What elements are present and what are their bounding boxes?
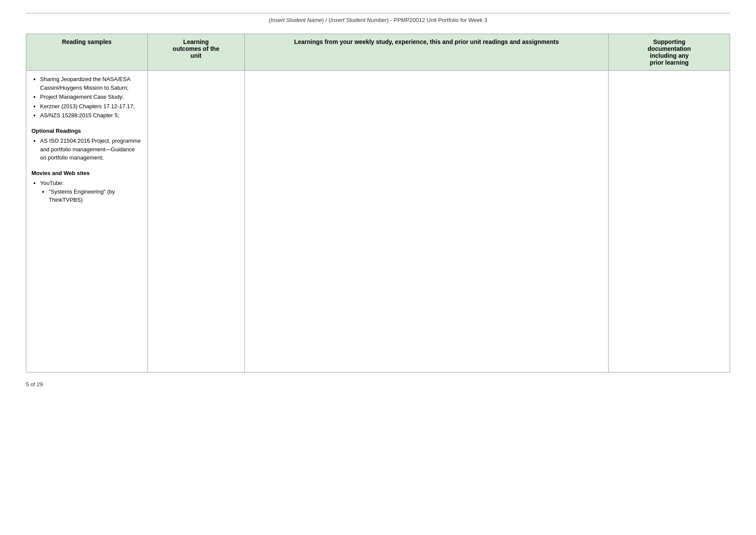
movies-web-title: Movies and Web sites <box>31 169 142 178</box>
list-item: Kerzner (2013) Chapters 17.12-17.17; <box>40 102 142 111</box>
main-reading-list: Sharing Jeopardized the NASA/ESA Cassini… <box>31 75 142 120</box>
optional-reading-list: AS ISO 21504:2016 Project, programme and… <box>31 137 142 162</box>
youtube-sublist: "Systems Engineering" (by ThinkTVPBS) <box>40 188 142 204</box>
page-number: 5 of 29 <box>26 381 43 388</box>
col-header-reading-samples: Reading samples <box>26 34 148 71</box>
list-item: Project Management Case Study; <box>40 93 142 101</box>
col-header-learnings: Learnings from your weekly study, experi… <box>244 34 609 71</box>
optional-readings-title: Optional Readings <box>31 127 142 135</box>
reading-samples-cell: Sharing Jeopardized the NASA/ESA Cassini… <box>26 71 148 372</box>
header-text: (Insert Student Name) / (Insert Student … <box>26 17 730 25</box>
main-table: Reading samples Learningoutcomes of theu… <box>26 34 730 372</box>
page-container: (Insert Student Name) / (Insert Student … <box>0 0 756 535</box>
learning-outcomes-cell <box>147 71 244 372</box>
list-item: "Systems Engineering" (by ThinkTVPBS) <box>49 188 142 204</box>
movies-list: YouTube: "Systems Engineering" (by Think… <box>31 179 142 204</box>
supporting-cell <box>609 71 730 372</box>
col-header-learning-outcomes: Learningoutcomes of theunit <box>147 34 244 71</box>
page-footer: 5 of 29 <box>26 381 730 388</box>
col-header-supporting: Supportingdocumentationincluding anyprio… <box>609 34 730 71</box>
list-item: AS/NZS 15288:2015 Chapter 5; <box>40 111 142 120</box>
list-item: YouTube: "Systems Engineering" (by Think… <box>40 179 142 204</box>
list-item: Sharing Jeopardized the NASA/ESA Cassini… <box>40 75 142 92</box>
list-item: AS ISO 21504:2016 Project, programme and… <box>40 137 142 162</box>
learnings-cell <box>244 71 609 372</box>
header-divider <box>26 13 730 13</box>
